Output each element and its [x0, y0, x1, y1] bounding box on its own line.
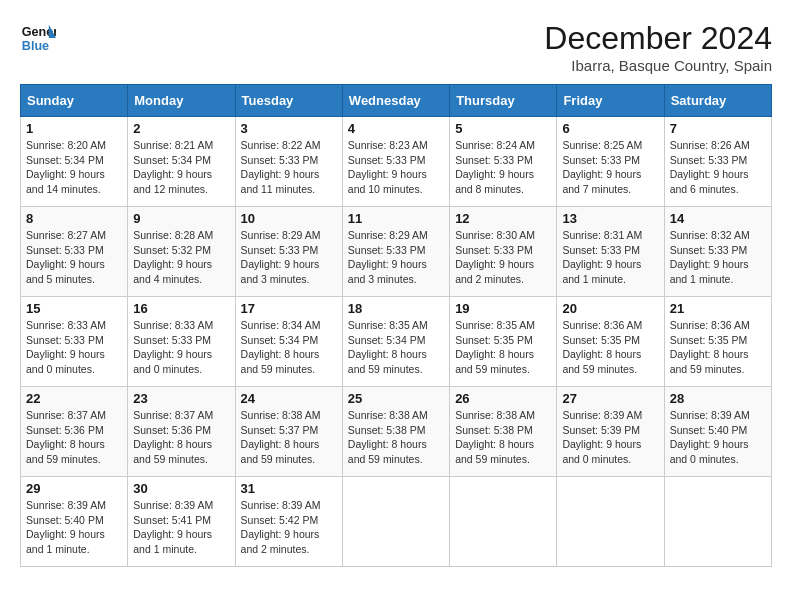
- day-number: 8: [26, 211, 122, 226]
- calendar-cell: 30Sunrise: 8:39 AMSunset: 5:41 PMDayligh…: [128, 477, 235, 567]
- day-info: Sunrise: 8:39 AMSunset: 5:42 PMDaylight:…: [241, 498, 337, 557]
- calendar-cell: 6Sunrise: 8:25 AMSunset: 5:33 PMDaylight…: [557, 117, 664, 207]
- day-info: Sunrise: 8:29 AMSunset: 5:33 PMDaylight:…: [241, 228, 337, 287]
- day-info: Sunrise: 8:36 AMSunset: 5:35 PMDaylight:…: [562, 318, 658, 377]
- day-number: 5: [455, 121, 551, 136]
- day-number: 7: [670, 121, 766, 136]
- calendar-cell: 24Sunrise: 8:38 AMSunset: 5:37 PMDayligh…: [235, 387, 342, 477]
- day-info: Sunrise: 8:30 AMSunset: 5:33 PMDaylight:…: [455, 228, 551, 287]
- day-info: Sunrise: 8:27 AMSunset: 5:33 PMDaylight:…: [26, 228, 122, 287]
- day-number: 16: [133, 301, 229, 316]
- day-number: 10: [241, 211, 337, 226]
- calendar-cell: 8Sunrise: 8:27 AMSunset: 5:33 PMDaylight…: [21, 207, 128, 297]
- calendar-cell: 12Sunrise: 8:30 AMSunset: 5:33 PMDayligh…: [450, 207, 557, 297]
- day-number: 11: [348, 211, 444, 226]
- calendar-week-row: 22Sunrise: 8:37 AMSunset: 5:36 PMDayligh…: [21, 387, 772, 477]
- day-info: Sunrise: 8:36 AMSunset: 5:35 PMDaylight:…: [670, 318, 766, 377]
- day-number: 18: [348, 301, 444, 316]
- calendar-cell: 31Sunrise: 8:39 AMSunset: 5:42 PMDayligh…: [235, 477, 342, 567]
- day-info: Sunrise: 8:37 AMSunset: 5:36 PMDaylight:…: [26, 408, 122, 467]
- day-of-week-header: Monday: [128, 85, 235, 117]
- day-info: Sunrise: 8:22 AMSunset: 5:33 PMDaylight:…: [241, 138, 337, 197]
- day-number: 25: [348, 391, 444, 406]
- calendar-cell: 7Sunrise: 8:26 AMSunset: 5:33 PMDaylight…: [664, 117, 771, 207]
- calendar-cell: 11Sunrise: 8:29 AMSunset: 5:33 PMDayligh…: [342, 207, 449, 297]
- calendar-cell: [557, 477, 664, 567]
- calendar-header-row: SundayMondayTuesdayWednesdayThursdayFrid…: [21, 85, 772, 117]
- calendar-body: 1Sunrise: 8:20 AMSunset: 5:34 PMDaylight…: [21, 117, 772, 567]
- day-number: 3: [241, 121, 337, 136]
- calendar-cell: 1Sunrise: 8:20 AMSunset: 5:34 PMDaylight…: [21, 117, 128, 207]
- calendar-cell: 10Sunrise: 8:29 AMSunset: 5:33 PMDayligh…: [235, 207, 342, 297]
- day-info: Sunrise: 8:20 AMSunset: 5:34 PMDaylight:…: [26, 138, 122, 197]
- day-info: Sunrise: 8:33 AMSunset: 5:33 PMDaylight:…: [133, 318, 229, 377]
- day-number: 22: [26, 391, 122, 406]
- calendar-week-row: 15Sunrise: 8:33 AMSunset: 5:33 PMDayligh…: [21, 297, 772, 387]
- calendar-cell: 14Sunrise: 8:32 AMSunset: 5:33 PMDayligh…: [664, 207, 771, 297]
- day-number: 26: [455, 391, 551, 406]
- day-of-week-header: Tuesday: [235, 85, 342, 117]
- calendar-table: SundayMondayTuesdayWednesdayThursdayFrid…: [20, 84, 772, 567]
- calendar-cell: 26Sunrise: 8:38 AMSunset: 5:38 PMDayligh…: [450, 387, 557, 477]
- day-info: Sunrise: 8:33 AMSunset: 5:33 PMDaylight:…: [26, 318, 122, 377]
- day-of-week-header: Wednesday: [342, 85, 449, 117]
- day-info: Sunrise: 8:24 AMSunset: 5:33 PMDaylight:…: [455, 138, 551, 197]
- logo-icon: General Blue: [20, 20, 56, 56]
- day-number: 15: [26, 301, 122, 316]
- day-number: 17: [241, 301, 337, 316]
- day-info: Sunrise: 8:37 AMSunset: 5:36 PMDaylight:…: [133, 408, 229, 467]
- day-number: 27: [562, 391, 658, 406]
- calendar-cell: 23Sunrise: 8:37 AMSunset: 5:36 PMDayligh…: [128, 387, 235, 477]
- day-number: 1: [26, 121, 122, 136]
- calendar-week-row: 1Sunrise: 8:20 AMSunset: 5:34 PMDaylight…: [21, 117, 772, 207]
- day-info: Sunrise: 8:35 AMSunset: 5:35 PMDaylight:…: [455, 318, 551, 377]
- day-number: 20: [562, 301, 658, 316]
- day-number: 24: [241, 391, 337, 406]
- day-info: Sunrise: 8:38 AMSunset: 5:38 PMDaylight:…: [455, 408, 551, 467]
- title-block: December 2024 Ibarra, Basque Country, Sp…: [544, 20, 772, 74]
- day-number: 31: [241, 481, 337, 496]
- day-info: Sunrise: 8:32 AMSunset: 5:33 PMDaylight:…: [670, 228, 766, 287]
- calendar-cell: [664, 477, 771, 567]
- day-info: Sunrise: 8:39 AMSunset: 5:41 PMDaylight:…: [133, 498, 229, 557]
- day-info: Sunrise: 8:29 AMSunset: 5:33 PMDaylight:…: [348, 228, 444, 287]
- day-number: 12: [455, 211, 551, 226]
- calendar-cell: 4Sunrise: 8:23 AMSunset: 5:33 PMDaylight…: [342, 117, 449, 207]
- calendar-cell: 19Sunrise: 8:35 AMSunset: 5:35 PMDayligh…: [450, 297, 557, 387]
- day-number: 21: [670, 301, 766, 316]
- day-number: 14: [670, 211, 766, 226]
- calendar-cell: 13Sunrise: 8:31 AMSunset: 5:33 PMDayligh…: [557, 207, 664, 297]
- day-info: Sunrise: 8:23 AMSunset: 5:33 PMDaylight:…: [348, 138, 444, 197]
- calendar-week-row: 8Sunrise: 8:27 AMSunset: 5:33 PMDaylight…: [21, 207, 772, 297]
- calendar-cell: [450, 477, 557, 567]
- calendar-cell: 9Sunrise: 8:28 AMSunset: 5:32 PMDaylight…: [128, 207, 235, 297]
- day-of-week-header: Saturday: [664, 85, 771, 117]
- day-info: Sunrise: 8:35 AMSunset: 5:34 PMDaylight:…: [348, 318, 444, 377]
- day-of-week-header: Friday: [557, 85, 664, 117]
- day-info: Sunrise: 8:39 AMSunset: 5:39 PMDaylight:…: [562, 408, 658, 467]
- day-number: 6: [562, 121, 658, 136]
- day-number: 9: [133, 211, 229, 226]
- calendar-cell: 27Sunrise: 8:39 AMSunset: 5:39 PMDayligh…: [557, 387, 664, 477]
- day-info: Sunrise: 8:31 AMSunset: 5:33 PMDaylight:…: [562, 228, 658, 287]
- svg-text:Blue: Blue: [22, 39, 49, 53]
- day-info: Sunrise: 8:39 AMSunset: 5:40 PMDaylight:…: [670, 408, 766, 467]
- calendar-cell: 15Sunrise: 8:33 AMSunset: 5:33 PMDayligh…: [21, 297, 128, 387]
- calendar-cell: 2Sunrise: 8:21 AMSunset: 5:34 PMDaylight…: [128, 117, 235, 207]
- day-info: Sunrise: 8:25 AMSunset: 5:33 PMDaylight:…: [562, 138, 658, 197]
- calendar-cell: 25Sunrise: 8:38 AMSunset: 5:38 PMDayligh…: [342, 387, 449, 477]
- logo: General Blue: [20, 20, 56, 56]
- calendar-cell: 22Sunrise: 8:37 AMSunset: 5:36 PMDayligh…: [21, 387, 128, 477]
- day-number: 30: [133, 481, 229, 496]
- location: Ibarra, Basque Country, Spain: [544, 57, 772, 74]
- month-title: December 2024: [544, 20, 772, 57]
- day-number: 4: [348, 121, 444, 136]
- day-number: 28: [670, 391, 766, 406]
- day-info: Sunrise: 8:38 AMSunset: 5:37 PMDaylight:…: [241, 408, 337, 467]
- calendar-cell: 18Sunrise: 8:35 AMSunset: 5:34 PMDayligh…: [342, 297, 449, 387]
- calendar-cell: 5Sunrise: 8:24 AMSunset: 5:33 PMDaylight…: [450, 117, 557, 207]
- calendar-cell: 16Sunrise: 8:33 AMSunset: 5:33 PMDayligh…: [128, 297, 235, 387]
- day-number: 29: [26, 481, 122, 496]
- day-of-week-header: Sunday: [21, 85, 128, 117]
- calendar-cell: [342, 477, 449, 567]
